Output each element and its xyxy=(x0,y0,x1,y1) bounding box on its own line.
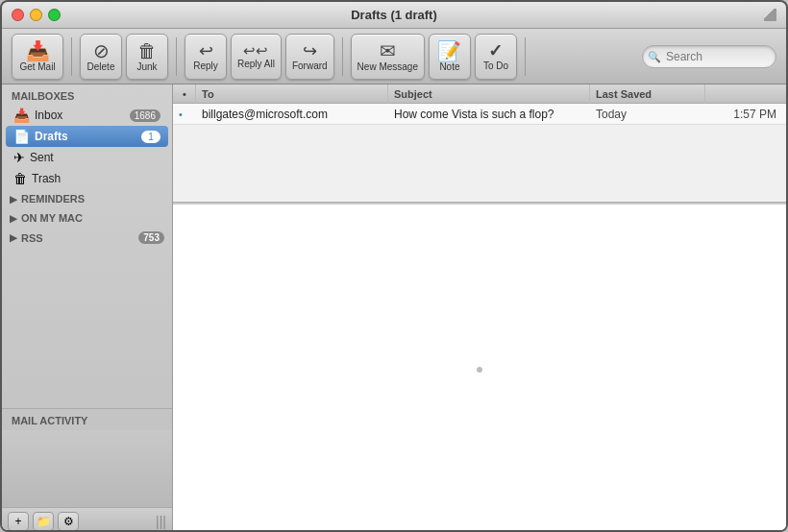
email-flag: • xyxy=(177,109,196,120)
email-last-saved: Today xyxy=(590,108,705,121)
sent-label: Sent xyxy=(30,151,160,164)
toolbar: 📥 Get Mail ⊘ Delete 🗑 Junk ↩ Reply ↩↩ Re… xyxy=(2,29,786,85)
col-header-time[interactable] xyxy=(705,85,782,104)
drafts-label: Drafts xyxy=(35,130,141,143)
email-time: 1:57 PM xyxy=(705,108,782,121)
inbox-badge: 1686 xyxy=(130,109,160,122)
sidebar-item-drafts[interactable]: 📄 Drafts 1 xyxy=(6,126,168,147)
todo-label: To Do xyxy=(483,60,508,71)
email-to: billgates@microsoft.com xyxy=(196,108,388,121)
note-icon: 📝 xyxy=(437,41,461,60)
on-my-mac-arrow-icon: ▶ xyxy=(10,213,17,224)
window-title: Drafts (1 draft) xyxy=(351,8,437,22)
col-header-last-saved[interactable]: Last Saved xyxy=(590,85,705,104)
delete-icon: ⊘ xyxy=(93,41,110,60)
title-bar: Drafts (1 draft) xyxy=(2,2,786,29)
reply-all-label: Reply All xyxy=(237,59,275,69)
new-message-label: New Message xyxy=(357,61,418,72)
trash-icon: 🗑 xyxy=(13,171,27,186)
folder-icon: 📁 xyxy=(37,515,51,528)
col-header-flag[interactable]: • xyxy=(177,85,196,104)
reply-button[interactable]: ↩ Reply xyxy=(185,34,227,80)
forward-icon: ↪ xyxy=(303,42,317,60)
inbox-label: Inbox xyxy=(35,109,130,122)
toolbar-separator-2 xyxy=(176,37,177,76)
close-button[interactable] xyxy=(12,9,24,21)
content-area: • To Subject Last Saved • xyxy=(173,85,786,532)
add-icon: + xyxy=(14,515,21,528)
table-row[interactable]: • billgates@microsoft.com How come Vista… xyxy=(173,104,786,125)
delete-button[interactable]: ⊘ Delete xyxy=(80,34,122,80)
forward-button[interactable]: ↪ Forward xyxy=(285,34,334,80)
window-controls[interactable] xyxy=(12,9,61,21)
email-list: • To Subject Last Saved • xyxy=(173,85,786,203)
inbox-icon: 📥 xyxy=(13,108,30,123)
email-list-empty xyxy=(173,125,786,202)
preview-dot xyxy=(477,367,482,373)
on-my-mac-label: ON MY MAC xyxy=(21,212,83,224)
reminders-label: REMINDERS xyxy=(21,193,85,205)
resize-icon xyxy=(764,9,776,21)
sidebar-expander-reminders[interactable]: ▶ REMINDERS xyxy=(2,189,172,208)
get-mail-label: Get Mail xyxy=(19,61,55,72)
reply-all-button[interactable]: ↩↩ Reply All xyxy=(231,34,282,80)
mailboxes-section-title: MAILBOXES xyxy=(2,85,172,105)
forward-label: Forward xyxy=(292,60,328,71)
toolbar-separator-4 xyxy=(525,37,526,76)
sidebar-item-sent[interactable]: ✈ Sent xyxy=(6,147,168,168)
reminders-arrow-icon: ▶ xyxy=(10,194,17,205)
sidebar-expander-rss[interactable]: ▶ RSS 753 xyxy=(2,228,172,248)
todo-icon: ✓ xyxy=(488,42,503,60)
col-header-subject[interactable]: Subject xyxy=(388,85,590,104)
col-header-to[interactable]: To xyxy=(196,85,388,104)
sidebar-spacer xyxy=(2,248,172,408)
new-message-button[interactable]: ✉ New Message xyxy=(351,34,425,80)
email-subject: How come Vista is such a flop? xyxy=(388,108,590,121)
search-box xyxy=(642,45,776,68)
junk-label: Junk xyxy=(136,61,157,72)
preview-pane xyxy=(173,203,786,532)
resize-control[interactable] xyxy=(764,9,776,21)
activity-area xyxy=(2,430,172,507)
toolbar-separator-3 xyxy=(342,37,343,76)
reply-all-icon: ↩↩ xyxy=(243,43,268,58)
delete-label: Delete xyxy=(87,61,115,72)
note-label: Note xyxy=(439,61,459,72)
junk-button[interactable]: 🗑 Junk xyxy=(126,34,168,80)
new-message-icon: ✉ xyxy=(380,41,396,60)
sidebar-bottom: MAIL ACTIVITY + 📁 ⚙ ||| xyxy=(2,408,172,532)
junk-icon: 🗑 xyxy=(137,41,157,60)
search-wrapper xyxy=(642,45,776,68)
add-mailbox-button[interactable]: + xyxy=(8,512,29,531)
maximize-button[interactable] xyxy=(48,9,61,21)
settings-button[interactable]: ⚙ xyxy=(58,512,79,531)
drafts-badge: 1 xyxy=(141,131,160,143)
trash-label: Trash xyxy=(32,172,160,185)
gear-icon: ⚙ xyxy=(63,515,74,528)
note-button[interactable]: 📝 Note xyxy=(429,34,471,80)
sidebar-item-inbox[interactable]: 📥 Inbox 1686 xyxy=(6,105,168,126)
sidebar-expander-on-my-mac[interactable]: ▶ ON MY MAC xyxy=(2,208,172,228)
folder-button[interactable]: 📁 xyxy=(33,512,54,531)
get-mail-button[interactable]: 📥 Get Mail xyxy=(12,34,63,80)
email-list-header: • To Subject Last Saved xyxy=(173,85,786,104)
rss-badge: 753 xyxy=(138,231,164,244)
main-layout: MAILBOXES 📥 Inbox 1686 📄 Drafts 1 ✈ Sent… xyxy=(2,85,786,532)
reply-label: Reply xyxy=(193,60,218,71)
drag-handle[interactable]: ||| xyxy=(156,514,166,529)
minimize-button[interactable] xyxy=(30,9,42,21)
mail-activity-label: MAIL ACTIVITY xyxy=(2,408,172,430)
sent-icon: ✈ xyxy=(13,150,25,165)
sidebar: MAILBOXES 📥 Inbox 1686 📄 Drafts 1 ✈ Sent… xyxy=(2,85,173,532)
reply-icon: ↩ xyxy=(199,42,213,60)
drafts-icon: 📄 xyxy=(13,129,30,144)
rss-label: RSS xyxy=(21,232,43,244)
toolbar-separator-1 xyxy=(71,37,72,76)
sidebar-item-trash[interactable]: 🗑 Trash xyxy=(6,168,168,189)
get-mail-icon: 📥 xyxy=(26,41,50,60)
search-input[interactable] xyxy=(642,45,776,68)
rss-arrow-icon: ▶ xyxy=(10,232,17,243)
sidebar-toolbar: + 📁 ⚙ ||| xyxy=(2,507,172,532)
todo-button[interactable]: ✓ To Do xyxy=(475,34,517,80)
